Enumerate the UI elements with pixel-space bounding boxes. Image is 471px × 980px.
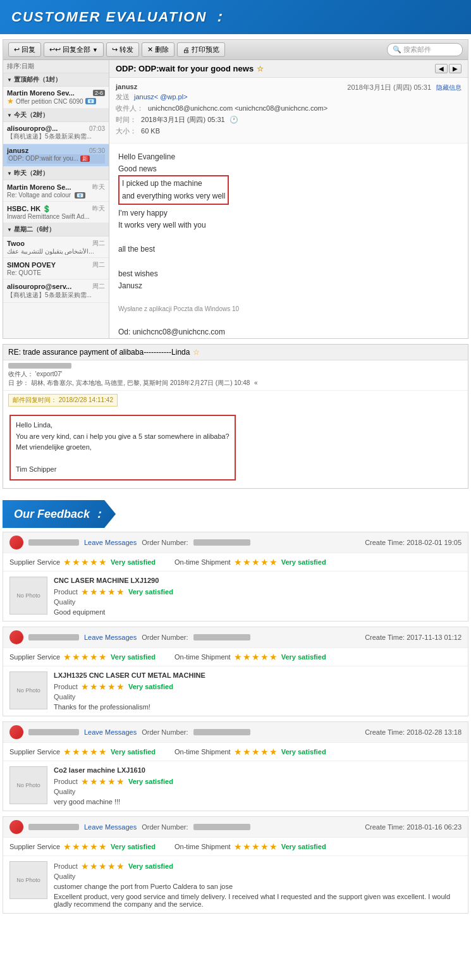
date-row: 时间： 2018年3月1日 (周四) 05:31 🕐 [116, 115, 462, 125]
order-number-label: Order Number: [142, 634, 188, 641]
create-time: Create Time: 2018-02-28 13:18 [365, 728, 462, 736]
next-email-button[interactable]: ▶ [449, 64, 462, 73]
ep2-cc: 胡林, 布鲁塞尔, 宾本地地, 马德里, 巴黎, 莫斯时间 2018年2月27日… [31, 379, 250, 386]
clock-icon: 🕐 [229, 116, 238, 123]
product-label: Product [54, 862, 78, 870]
shipment-satisfied: Very satisfied [281, 653, 326, 661]
shipment-satisfied: Very satisfied [281, 843, 326, 850]
leave-messages-link[interactable]: Leave Messages [84, 728, 137, 736]
leave-messages-link[interactable]: Leave Messages [84, 823, 137, 831]
reply-time-value: 2018/2/28 14:11:42 [59, 396, 113, 403]
reply-all-button[interactable]: ↩↩ 回复全部 ▼ [44, 42, 104, 57]
sidebar-item-yesterday-1[interactable]: Martin Moreno Se... 昨天 Re: Voltage and c… [3, 180, 109, 202]
star-icon[interactable]: ☆ [257, 64, 264, 73]
supplier-service-label: Supplier Service [9, 843, 60, 850]
supplier-service-rating: Supplier Service ★★★★★ Very satisfied [9, 747, 156, 757]
sidebar-item-tuesday-2[interactable]: SIMON POVEY 周二 Re: QUOTE [3, 258, 109, 279]
order-number [193, 539, 250, 546]
product-satisfied: Very satisfied [128, 778, 173, 785]
product-label: Product [54, 778, 78, 785]
prev-email-button[interactable]: ◀ [435, 64, 448, 73]
pre-comment: customer change the port from Puerto Cal… [54, 883, 462, 890]
email-subject-bar: ODP: ODP:wait for your good news ☆ ◀ ▶ [109, 60, 468, 78]
product-photo: No Photo [9, 671, 47, 709]
shipment-label: On-time Shipment [174, 748, 231, 756]
best-text: all the best [118, 243, 459, 255]
quality-label: Quality [54, 873, 462, 880]
review-product: No Photo CNC LASER MACHINE LXJ1290 Produ… [3, 572, 468, 621]
email-body: 排序:日期 ▼ 置顶邮件（1封） Martin Moreno Sev... 2-… [3, 60, 468, 338]
review-comment: Excellent product, very good service and… [54, 893, 462, 908]
product-rating-row: Product ★★★★★ Very satisfied [54, 776, 462, 787]
print-preview-button[interactable]: 🖨 打印预览 [177, 42, 225, 57]
buyer-name [28, 539, 79, 546]
dropdown-arrow-icon: ▼ [92, 47, 98, 53]
sender-row: janusz 2018年3月1日 (周四) 05:31 隐藏信息 [116, 83, 462, 90]
order-number-label: Order Number: [142, 728, 188, 736]
ep2-star-icon[interactable]: ☆ [193, 348, 200, 357]
review-card-4: Leave Messages Order Number: Create Time… [3, 816, 468, 914]
sidebar-item-today-2[interactable]: janusz 05:30 ODP: ODP:wait for you... 新 [3, 144, 109, 167]
supplier-satisfied: Very satisfied [111, 558, 156, 566]
product-label: Product [54, 683, 78, 690]
supplier-satisfied: Very satisfied [111, 843, 156, 850]
sidebar-group-tuesday: ▼ 星期二（6封） [3, 223, 109, 236]
works-text: It works very well with you [118, 219, 459, 231]
reply-button[interactable]: ↩ 回复 [8, 42, 41, 57]
review-ratings: Supplier Service ★★★★★ Very satisfied On… [3, 838, 468, 856]
buyer-name [28, 729, 79, 735]
leave-messages-link[interactable]: Leave Messages [84, 539, 137, 546]
search-input[interactable]: 🔍 搜索邮件 [387, 43, 463, 56]
expand-icon[interactable]: « [254, 379, 258, 386]
od-email: unichcnc08@unichcnc.com [133, 328, 225, 336]
sidebar-item-today-1[interactable]: alisouropro@... 07:03 【商机速递】5条最新采购需... [3, 122, 109, 144]
review-product: No Photo LXJH1325 CNC LASER CUT METAL MA… [3, 666, 468, 716]
ep2-line1: You are very kind, can i help you give a… [16, 431, 229, 443]
quality-label: Quality [54, 693, 462, 701]
from-email: janusz< @wp.pl> [134, 93, 188, 101]
supplier-satisfied: Very satisfied [111, 748, 156, 756]
product-satisfied: Very satisfied [128, 683, 173, 690]
delete-button[interactable]: ✕ 删除 [142, 42, 174, 57]
product-photo: No Photo [9, 861, 47, 899]
email-subject: ODP: ODP:wait for your good news [116, 64, 254, 73]
quality-label: Quality [54, 598, 462, 606]
leave-messages-link[interactable]: Leave Messages [84, 634, 137, 641]
product-rating-row: Product ★★★★★ Very satisfied [54, 682, 462, 692]
review-ratings: Supplier Service ★★★★★ Very satisfied On… [3, 553, 468, 572]
ep2-to-row: 收件人： 'export07' [8, 370, 463, 379]
nav-arrows: ◀ ▶ [435, 64, 462, 73]
create-time: Create Time: 2017-11-13 01:12 [365, 634, 462, 641]
order-number-label: Order Number: [142, 823, 188, 831]
hide-info-link[interactable]: 隐藏信息 [436, 83, 462, 92]
product-stars: ★★★★★ [81, 861, 125, 871]
ep2-meta: 收件人： 'export07' 日 抄： 胡林, 布鲁塞尔, 宾本地地, 马德里… [3, 360, 468, 391]
product-photo: No Photo [9, 766, 47, 804]
order-number [193, 824, 250, 830]
create-time: Create Time: 2018-02-01 19:05 [365, 539, 462, 546]
header-banner: CUSTOMER EVALUATION ： [0, 0, 471, 34]
product-details: LXJH1325 CNC LASER CUT METAL MACHINE Pro… [54, 671, 462, 711]
feedback-banner: Our Feedback ： [3, 500, 116, 528]
supplier-stars: ★★★★★ [63, 842, 107, 852]
sidebar-item-tuesday-3[interactable]: alisouropro@serv... 周二 【商机速递】5条最新采购需... [3, 279, 109, 303]
forward-button[interactable]: ↪ 转发 [106, 42, 139, 57]
email-view: ODP: ODP:wait for your good news ☆ ◀ ▶ j… [109, 60, 468, 338]
buyer-avatar [9, 820, 23, 834]
from-row: 发送 janusz< @wp.pl> [116, 92, 462, 102]
sidebar-item-pinned[interactable]: Martin Moreno Sev... 2-6 ★ Offer petitio… [3, 87, 109, 109]
product-label: Product [54, 588, 78, 596]
review-header: Leave Messages Order Number: Create Time… [3, 532, 468, 553]
order-number [193, 634, 250, 640]
product-rating-row: Product ★★★★★ Very satisfied [54, 861, 462, 871]
reviews-container: Leave Messages Order Number: Create Time… [3, 532, 468, 914]
review-header: Leave Messages Order Number: Create Time… [3, 627, 468, 648]
review-comment: Good equipment [54, 608, 462, 616]
sidebar-item-tuesday-1[interactable]: Twoo 周二 الأشخاص يتقبلون للتشريبة عفك... [3, 236, 109, 258]
sidebar-group-pinned: ▼ 置顶邮件（1封） [3, 73, 109, 87]
email-panel2: RE: trade assurance payment of alibaba--… [3, 344, 468, 489]
sort-label[interactable]: 排序:日期 [3, 60, 109, 73]
sidebar-item-yesterday-2[interactable]: HSBC. HK 💲 昨天 Inward Remittance Swift Ad… [3, 202, 109, 223]
review-header: Leave Messages Order Number: Create Time… [3, 722, 468, 743]
size-row: 大小： 60 KB [116, 126, 462, 136]
